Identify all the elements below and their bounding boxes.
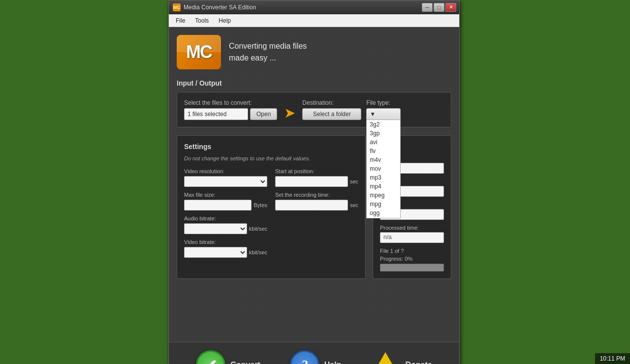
processed-time-value: n/a: [380, 232, 444, 243]
filetype-option-mpg[interactable]: mpg: [367, 200, 400, 209]
audio-bitrate-unit: kbit/sec: [249, 226, 267, 232]
filetype-option-ogg[interactable]: ogg: [367, 209, 400, 217]
video-bitrate-group: Video bitrate: kbit/sec: [184, 239, 267, 258]
recording-time-group: Set the recording time: sec: [275, 192, 358, 211]
main-content: MC Converting media files made easy ... …: [169, 27, 459, 342]
open-button[interactable]: Open: [250, 108, 277, 120]
video-bitrate-input-row: kbit/sec: [184, 247, 267, 258]
window-controls: ─ □ ✕: [422, 3, 456, 12]
convert-icon: ✔: [196, 350, 225, 364]
donate-label: Donate: [405, 361, 432, 364]
max-filesize-input[interactable]: [184, 200, 252, 211]
logo-tagline-line2: made easy ...: [229, 52, 307, 64]
filetype-dropdown: ▼ 3g2 3gp avi flv m4v mov mp3 mp4: [366, 108, 401, 120]
start-position-unit: sec: [350, 179, 358, 184]
video-bitrate-label: Video bitrate:: [184, 239, 267, 245]
donate-button[interactable]: Donate: [371, 350, 432, 364]
source-label: Select the files to convert:: [184, 99, 277, 106]
menu-tools[interactable]: Tools: [190, 16, 214, 26]
taskbar-time: 10:11 PM: [595, 353, 630, 364]
progress-text: Progress: 0%: [380, 256, 444, 262]
settings-grid: Video resolution: Start at position: sec: [184, 168, 358, 258]
settings-note: Do not change the settings to use the de…: [184, 155, 358, 161]
processed-time-row: Processed time: n/a: [380, 225, 444, 243]
io-row: Select the files to convert: Open ➤ Dest…: [184, 99, 444, 120]
progress-section: File 1 of ? Progress: 0%: [380, 248, 444, 272]
source-input-row: Open: [184, 108, 277, 120]
filetype-option-avi[interactable]: avi: [367, 138, 400, 147]
filetype-dropdown-list: 3g2 3gp avi flv m4v mov mp3 mp4 mpeg mpg: [366, 120, 401, 218]
audio-bitrate-input-row: kbit/sec: [184, 223, 267, 234]
audio-bitrate-label: Audio bitrate:: [184, 215, 267, 221]
dropdown-chevron-icon: ▼: [370, 111, 376, 118]
filetype-option-3gp[interactable]: 3gp: [367, 129, 400, 138]
filetype-option-flv[interactable]: flv: [367, 147, 400, 155]
filetype-option-mpeg[interactable]: mpeg: [367, 191, 400, 200]
video-resolution-group: Video resolution:: [184, 168, 267, 187]
processed-time-label: Processed time:: [380, 225, 444, 231]
source-group: Select the files to convert: Open: [184, 99, 277, 120]
donate-icon-wrapper: [371, 350, 400, 364]
destination-label: Destination:: [302, 99, 361, 106]
logo-tagline-line1: Converting media files: [229, 40, 307, 52]
io-section-title: Input / Output: [177, 79, 451, 87]
settings-spacer: [275, 215, 358, 234]
convert-button[interactable]: ✔ Convert: [196, 350, 260, 364]
video-resolution-label: Video resolution:: [184, 168, 267, 174]
app-logo: MC: [177, 35, 221, 69]
checkmark-icon: ✔: [205, 357, 217, 364]
app-icon: MC: [173, 3, 181, 11]
close-icon: ✕: [449, 4, 453, 10]
maximize-icon: □: [438, 4, 441, 10]
logo-tagline: Converting media files made easy ...: [229, 40, 307, 64]
donate-triangle-icon: [371, 352, 400, 364]
filetype-option-mov[interactable]: mov: [367, 164, 400, 173]
recording-time-label: Set the recording time:: [275, 192, 358, 198]
io-panel: Select the files to convert: Open ➤ Dest…: [177, 92, 451, 127]
recording-time-input[interactable]: [275, 200, 348, 211]
footer: ✔ Convert ? Help Donate: [169, 342, 459, 364]
filetype-option-mp4[interactable]: mp4: [367, 182, 400, 191]
logo-area: MC Converting media files made easy ...: [177, 35, 451, 69]
logo-letters: MC: [186, 42, 212, 62]
close-button[interactable]: ✕: [445, 3, 456, 12]
window-title: Media Converter SA Edition: [184, 4, 256, 11]
menu-help[interactable]: Help: [214, 16, 236, 26]
arrow-icon: ➤: [284, 106, 295, 120]
filetype-dropdown-button[interactable]: ▼: [366, 108, 401, 120]
destination-group: Destination: Select a folder: [302, 99, 361, 120]
menu-file[interactable]: File: [171, 16, 190, 26]
filetype-option-3g2[interactable]: 3g2: [367, 120, 400, 129]
video-bitrate-select[interactable]: [184, 247, 247, 258]
filetype-option-m4v[interactable]: m4v: [367, 155, 400, 164]
title-bar-left: MC Media Converter SA Edition: [173, 3, 256, 11]
help-icon: ?: [290, 350, 319, 364]
menu-bar: File Tools Help: [169, 14, 459, 27]
max-filesize-label: Max file size:: [184, 192, 267, 198]
start-position-input[interactable]: [275, 176, 348, 187]
select-folder-button[interactable]: Select a folder: [302, 108, 361, 120]
main-window: MC Media Converter SA Edition ─ □ ✕ File…: [168, 0, 460, 364]
recording-time-unit: sec: [350, 202, 358, 208]
maximize-button[interactable]: □: [434, 3, 444, 12]
audio-bitrate-select[interactable]: [184, 223, 247, 234]
help-label: Help: [324, 361, 342, 364]
question-icon: ?: [301, 357, 308, 364]
files-input[interactable]: [184, 108, 248, 120]
start-position-input-row: sec: [275, 176, 358, 187]
start-position-group: Start at position: sec: [275, 168, 358, 187]
settings-panel: Settings Do not change the settings to u…: [177, 135, 366, 279]
minimize-button[interactable]: ─: [422, 3, 433, 12]
progress-bar-container: [380, 264, 444, 272]
recording-time-input-row: sec: [275, 200, 358, 211]
max-filesize-input-row: Bytes: [184, 200, 267, 211]
video-resolution-select[interactable]: [184, 176, 267, 187]
audio-bitrate-group: Audio bitrate: kbit/sec: [184, 215, 267, 234]
filetype-option-mp3[interactable]: mp3: [367, 173, 400, 182]
bottom-panels: Settings Do not change the settings to u…: [177, 135, 451, 279]
filetype-label: File type:: [366, 99, 401, 106]
filetype-option-rm[interactable]: rm: [367, 217, 400, 218]
help-button[interactable]: ? Help: [290, 350, 342, 364]
start-position-label: Start at position:: [275, 168, 358, 174]
minimize-icon: ─: [425, 4, 429, 10]
